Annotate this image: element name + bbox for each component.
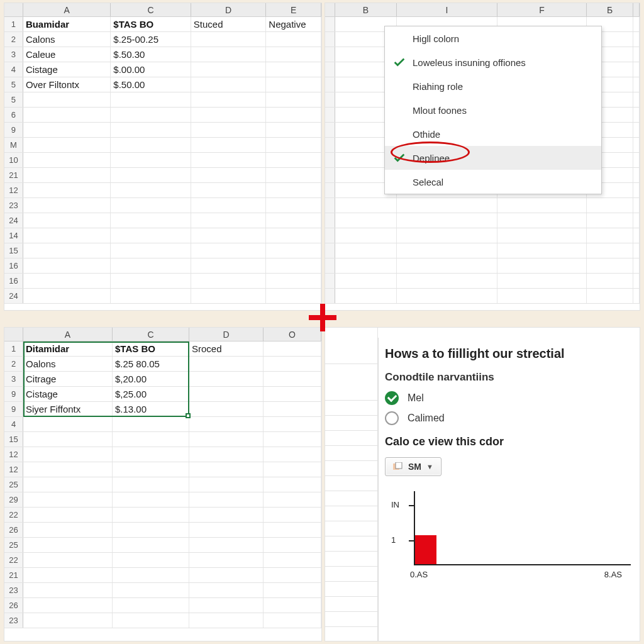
cell[interactable]: Stuced — [191, 17, 267, 31]
cell[interactable] — [189, 447, 264, 462]
cell[interactable] — [633, 274, 640, 288]
cell[interactable]: Negative — [266, 17, 321, 31]
row-header[interactable]: 9 — [4, 402, 23, 416]
cell[interactable]: $.00.00 — [111, 62, 191, 77]
cell[interactable] — [23, 583, 113, 597]
cell[interactable]: $.25 80.05 — [113, 357, 189, 371]
row-header[interactable] — [325, 168, 335, 182]
cell[interactable] — [113, 613, 189, 628]
cell[interactable]: $.50.30 — [111, 47, 191, 62]
row-header[interactable]: 14 — [4, 228, 23, 243]
cell[interactable] — [23, 538, 113, 552]
cell[interactable] — [497, 258, 587, 273]
col-header-C[interactable]: C — [113, 328, 189, 341]
cell[interactable] — [266, 228, 321, 243]
cell[interactable] — [587, 228, 633, 243]
cell[interactable] — [191, 258, 267, 273]
cell[interactable] — [497, 289, 587, 303]
cell[interactable] — [189, 508, 264, 522]
cell[interactable] — [23, 598, 113, 613]
cell[interactable] — [497, 213, 587, 228]
cell[interactable]: Calons — [23, 32, 111, 47]
cell[interactable] — [264, 598, 321, 613]
menu-item[interactable]: Mlout foones — [385, 98, 601, 122]
cell[interactable] — [264, 508, 321, 522]
cell[interactable] — [113, 462, 189, 477]
cell[interactable] — [189, 462, 264, 477]
cell[interactable]: $.25-00.25 — [111, 32, 191, 47]
cell[interactable] — [264, 341, 321, 356]
cell[interactable]: $,25.00 — [113, 387, 189, 401]
cell[interactable] — [23, 417, 113, 431]
cell[interactable]: Citrage — [23, 372, 113, 386]
cell[interactable] — [497, 198, 587, 213]
row-header[interactable]: 26 — [4, 523, 23, 537]
cell[interactable] — [189, 357, 264, 371]
row-header[interactable]: 15 — [4, 243, 23, 258]
cell[interactable] — [113, 523, 189, 537]
cell[interactable] — [113, 417, 189, 431]
cell[interactable] — [191, 243, 267, 258]
row-header[interactable] — [325, 108, 335, 122]
row-header[interactable] — [325, 153, 335, 167]
row-header[interactable]: 21 — [4, 168, 23, 182]
cell[interactable] — [633, 258, 640, 273]
cell[interactable] — [266, 153, 321, 167]
cell[interactable] — [587, 243, 633, 258]
row-header[interactable]: 12 — [4, 183, 23, 197]
cell[interactable]: $TAS BO — [111, 17, 191, 31]
menu-item[interactable]: Riahing role — [385, 74, 601, 98]
cell[interactable] — [111, 228, 191, 243]
row-header[interactable] — [325, 213, 335, 228]
cell[interactable] — [23, 289, 111, 303]
cell[interactable] — [397, 228, 497, 243]
row-header[interactable]: 6 — [4, 108, 23, 122]
cell[interactable] — [335, 228, 397, 243]
cell[interactable] — [23, 183, 111, 197]
cell[interactable] — [189, 613, 264, 628]
cell[interactable] — [587, 289, 633, 303]
cell[interactable] — [111, 138, 191, 152]
cell[interactable] — [113, 508, 189, 522]
row-header[interactable] — [325, 32, 335, 47]
cell[interactable] — [335, 213, 397, 228]
cell[interactable] — [264, 357, 321, 371]
row-header[interactable]: 1 — [4, 341, 23, 356]
cell[interactable] — [113, 477, 189, 492]
row-header[interactable]: 24 — [4, 213, 23, 228]
cell[interactable] — [264, 447, 321, 462]
row-header[interactable] — [325, 258, 335, 273]
cell[interactable] — [23, 243, 111, 258]
cell[interactable] — [264, 432, 321, 447]
cell[interactable]: Cistage — [23, 62, 111, 77]
select-all-corner[interactable] — [4, 3, 23, 16]
cell[interactable] — [264, 613, 321, 628]
radio-option-calimed[interactable]: Calimed — [385, 411, 633, 425]
cell[interactable] — [113, 568, 189, 582]
cell[interactable] — [23, 123, 111, 137]
cell[interactable] — [23, 153, 111, 167]
row-header[interactable]: 16 — [4, 274, 23, 288]
row-header[interactable] — [325, 228, 335, 243]
cell[interactable] — [397, 198, 497, 213]
cell[interactable] — [264, 492, 321, 507]
row-header[interactable]: 1 — [4, 17, 23, 31]
cell[interactable] — [111, 198, 191, 213]
col-header-E[interactable]: E — [266, 3, 321, 16]
cell[interactable] — [191, 32, 267, 47]
row-header[interactable]: 25 — [4, 538, 23, 552]
cell[interactable] — [113, 583, 189, 597]
cell[interactable] — [266, 62, 321, 77]
cell[interactable] — [111, 258, 191, 273]
menu-item[interactable]: Higll colorn — [385, 26, 601, 50]
cell[interactable] — [23, 213, 111, 228]
cell[interactable] — [189, 492, 264, 507]
cell[interactable]: Ditamidar — [23, 341, 113, 356]
col-header-D[interactable]: D — [189, 328, 264, 341]
row-header[interactable]: 22 — [4, 553, 23, 567]
row-header[interactable] — [325, 138, 335, 152]
cell[interactable] — [264, 462, 321, 477]
cell[interactable] — [191, 138, 267, 152]
cell[interactable] — [397, 274, 497, 288]
cell[interactable] — [335, 289, 397, 303]
